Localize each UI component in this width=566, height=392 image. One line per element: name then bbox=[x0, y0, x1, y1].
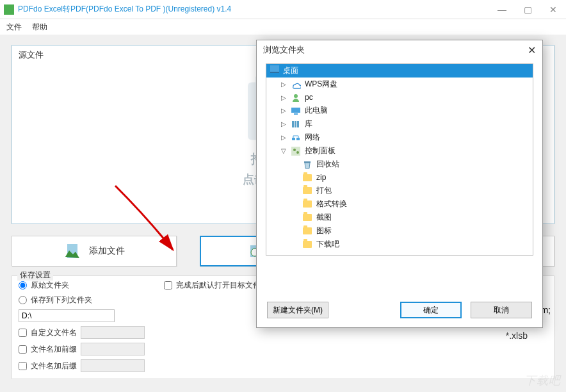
tree-item-label: 截图 bbox=[316, 212, 332, 223]
tree-item-label: 回收站 bbox=[316, 159, 339, 170]
prefix-input[interactable] bbox=[81, 343, 145, 355]
check-open-after-input[interactable] bbox=[164, 281, 172, 290]
check-prefix-input[interactable] bbox=[19, 345, 27, 354]
folder-icon bbox=[302, 172, 312, 183]
expand-icon[interactable]: ▷ bbox=[280, 94, 287, 101]
folder-icon bbox=[302, 199, 312, 209]
svg-rect-4 bbox=[291, 108, 300, 113]
radio-original-input[interactable] bbox=[19, 281, 27, 290]
check-suffix-label: 文件名加后缀 bbox=[31, 361, 77, 372]
tree-item-label: 此电脑 bbox=[305, 105, 328, 116]
radio-custom-label: 保存到下列文件夹 bbox=[31, 295, 92, 306]
custom-name-input[interactable] bbox=[81, 326, 145, 339]
svg-point-13 bbox=[296, 151, 299, 154]
close-button[interactable]: ✕ bbox=[540, 0, 566, 19]
dialog-body: 桌面 ▷WPS网盘▷pc▷此电脑▷库▷网络▽控制面板回收站zip打包格式转换截图… bbox=[257, 60, 542, 295]
tree-item[interactable]: ▽控制面板 bbox=[266, 144, 533, 158]
expand-icon[interactable]: ▷ bbox=[280, 81, 287, 88]
save-legend: 保存设置 bbox=[17, 270, 53, 281]
window-title: PDFdo Excel转PDF(PDFdo Excel To PDF )(Unr… bbox=[18, 4, 489, 15]
check-suffix-input[interactable] bbox=[19, 362, 27, 370]
menu-help[interactable]: 帮助 bbox=[32, 22, 47, 33]
tree-item-label: 库 bbox=[305, 118, 312, 129]
bin-icon bbox=[302, 159, 312, 170]
ext-hint: *.xlsb bbox=[506, 331, 528, 341]
check-custom-name-input[interactable] bbox=[19, 329, 27, 337]
cancel-button[interactable]: 取消 bbox=[471, 302, 532, 318]
folder-icon bbox=[302, 240, 312, 250]
dialog-close-button[interactable]: ✕ bbox=[528, 44, 536, 56]
expand-icon[interactable]: ▷ bbox=[280, 107, 287, 114]
tree-item[interactable]: 打包 bbox=[266, 184, 533, 197]
ok-button[interactable]: 确定 bbox=[400, 302, 462, 318]
expand-icon[interactable]: ▷ bbox=[280, 120, 287, 127]
svg-rect-1 bbox=[270, 65, 279, 72]
check-prefix[interactable]: 文件名加前缀 bbox=[19, 343, 145, 355]
add-file-label: 添加文件 bbox=[89, 245, 125, 257]
tree-item-label: 图标 bbox=[316, 225, 332, 236]
watermark: 下载吧 bbox=[524, 373, 561, 388]
folder-icon bbox=[302, 186, 312, 196]
lib-icon bbox=[291, 119, 301, 129]
radio-custom-folder[interactable]: 保存到下列文件夹 bbox=[19, 295, 145, 306]
folder-tree[interactable]: 桌面 ▷WPS网盘▷pc▷此电脑▷库▷网络▽控制面板回收站zip打包格式转换截图… bbox=[266, 63, 533, 256]
menubar: 文件 帮助 bbox=[0, 19, 566, 35]
check-custom-name[interactable]: 自定义文件名 bbox=[19, 326, 145, 339]
tree-item-label: 格式转换 bbox=[316, 199, 347, 209]
titlebar: PDFdo Excel转PDF(PDFdo Excel To PDF )(Unr… bbox=[0, 0, 566, 19]
tree-item[interactable]: 图标 bbox=[266, 224, 533, 238]
tree-item[interactable]: ▷pc bbox=[266, 91, 533, 104]
tree-item[interactable]: ▷库 bbox=[266, 117, 533, 131]
tree-item-label: zip bbox=[316, 173, 326, 182]
pc-icon bbox=[291, 106, 301, 116]
tree-item[interactable]: 格式转换 bbox=[266, 197, 533, 211]
check-open-after[interactable]: 完成后默认打开目标文件 bbox=[164, 280, 261, 291]
expand-icon[interactable]: ▷ bbox=[280, 134, 287, 141]
radio-custom-input[interactable] bbox=[19, 296, 27, 304]
tree-root-desktop[interactable]: 桌面 bbox=[266, 64, 533, 78]
tree-item-label: pc bbox=[305, 93, 313, 102]
menu-file[interactable]: 文件 bbox=[6, 22, 22, 33]
tree-item[interactable]: zip bbox=[266, 171, 533, 184]
tree-item[interactable]: 下载吧 bbox=[266, 238, 533, 251]
tree-item[interactable]: 回收站 bbox=[266, 158, 533, 171]
tree-item[interactable]: ▷WPS网盘 bbox=[266, 78, 533, 91]
folder-icon bbox=[302, 213, 312, 223]
tree-item[interactable]: 截图 bbox=[266, 211, 533, 224]
tree-item[interactable]: ▷此电脑 bbox=[266, 104, 533, 117]
svg-rect-6 bbox=[292, 121, 294, 127]
dialog-buttons: 新建文件夹(M) 确定 取消 bbox=[257, 295, 542, 327]
check-prefix-label: 文件名加前缀 bbox=[31, 344, 77, 355]
panel-icon bbox=[291, 146, 301, 156]
tree-root-label: 桌面 bbox=[283, 65, 298, 76]
svg-rect-14 bbox=[304, 161, 311, 163]
tree-item-label: 控制面板 bbox=[305, 145, 336, 156]
add-file-button[interactable]: 添加文件 bbox=[12, 236, 177, 266]
expand-icon[interactable]: ▽ bbox=[280, 147, 287, 154]
dialog-titlebar: 浏览文件夹 ✕ bbox=[257, 40, 542, 60]
check-suffix[interactable]: 文件名加后缀 bbox=[19, 359, 145, 372]
tree-item-label: 下载吧 bbox=[316, 239, 339, 250]
cloud-icon bbox=[291, 79, 301, 90]
check-custom-name-label: 自定义文件名 bbox=[31, 327, 77, 338]
dialog-title: 浏览文件夹 bbox=[263, 44, 305, 56]
svg-rect-5 bbox=[294, 113, 298, 115]
save-path-input[interactable] bbox=[19, 309, 115, 322]
net-icon bbox=[291, 133, 301, 143]
maximize-button[interactable]: ▢ bbox=[515, 0, 540, 19]
desktop-icon bbox=[270, 65, 279, 76]
svg-rect-8 bbox=[297, 121, 299, 127]
check-open-after-label: 完成后默认打开目标文件 bbox=[176, 280, 261, 291]
tree-item[interactable]: ▷网络 bbox=[266, 131, 533, 144]
radio-original-label: 原始文件夹 bbox=[31, 280, 69, 291]
svg-rect-9 bbox=[292, 138, 295, 140]
app-icon bbox=[4, 4, 14, 15]
suffix-input[interactable] bbox=[81, 359, 145, 372]
new-folder-button[interactable]: 新建文件夹(M) bbox=[267, 302, 328, 318]
tree-item-label: 打包 bbox=[316, 185, 332, 196]
radio-original-folder[interactable]: 原始文件夹 bbox=[19, 280, 145, 291]
svg-rect-10 bbox=[296, 138, 300, 140]
folder-icon bbox=[302, 226, 312, 236]
tree-item-label: WPS网盘 bbox=[305, 79, 337, 90]
minimize-button[interactable]: — bbox=[489, 0, 515, 19]
